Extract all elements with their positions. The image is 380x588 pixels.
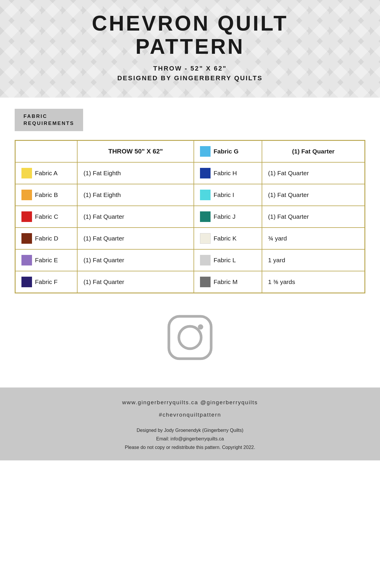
table-row: Fabric F (1) Fat Quarter Fabric M 1 ⅜ ya… bbox=[15, 271, 365, 293]
footer-hashtag: #chevronquiltpattern bbox=[9, 412, 371, 418]
header-cell-req-g: (1) Fat Quarter bbox=[262, 140, 365, 162]
subtitle-line2: DESIGNED BY GINGERBERRY QUILTS bbox=[6, 73, 374, 83]
subtitle-line1: THROW - 52" X 62" bbox=[6, 64, 374, 73]
designer-credit: Designed by Jody Groenendyk (Gingerberry… bbox=[9, 426, 371, 435]
fabric-requirements-label: FABRIC REQUIREMENTS bbox=[15, 109, 83, 131]
header-throw-label: THROW 50" X 62" bbox=[108, 148, 163, 155]
label-line2: REQUIREMENTS bbox=[23, 120, 74, 127]
swatch-c bbox=[21, 211, 32, 222]
swatch-h bbox=[200, 168, 211, 178]
fabric-d-label: Fabric D bbox=[15, 228, 78, 249]
swatch-m bbox=[200, 277, 211, 287]
table-row: Fabric C (1) Fat Quarter Fabric J (1) Fa… bbox=[15, 206, 365, 228]
hashtag-text: #chevronquiltpattern bbox=[159, 412, 221, 418]
footer-details: Designed by Jody Groenendyk (Gingerberry… bbox=[9, 426, 371, 452]
fabric-l-req: 1 yard bbox=[262, 249, 365, 271]
email-info: Email: info@gingerberryquilts.ca bbox=[9, 435, 371, 443]
fabric-j-label: Fabric J bbox=[194, 206, 262, 228]
fabric-c-label: Fabric C bbox=[15, 206, 78, 228]
fabric-e-label: Fabric E bbox=[15, 249, 78, 271]
title-line1: CHEVRON QUILT bbox=[92, 11, 288, 35]
table-row: Fabric B (1) Fat Eighth Fabric I (1) Fat… bbox=[15, 184, 365, 206]
swatch-b bbox=[21, 190, 32, 200]
swatch-i bbox=[200, 190, 211, 200]
table-row: Fabric E (1) Fat Quarter Fabric L 1 yard bbox=[15, 249, 365, 271]
swatch-j bbox=[200, 211, 211, 222]
fabric-a-req: (1) Fat Eighth bbox=[77, 162, 194, 184]
fabric-m-req: 1 ⅜ yards bbox=[262, 271, 365, 293]
fabric-k-req: ¾ yard bbox=[262, 228, 365, 249]
instagram-icon[interactable] bbox=[167, 314, 213, 361]
fabric-c-req: (1) Fat Quarter bbox=[77, 206, 194, 228]
table-header-row: THROW 50" X 62" Fabric G (1) Fat Quarter bbox=[15, 140, 365, 162]
swatch-g-header bbox=[200, 146, 211, 157]
fabric-k-label: Fabric K bbox=[194, 228, 262, 249]
table-row: Fabric A (1) Fat Eighth Fabric H (1) Fat… bbox=[15, 162, 365, 184]
instagram-section bbox=[15, 293, 365, 376]
fabric-i-req: (1) Fat Quarter bbox=[262, 184, 365, 206]
main-title: CHEVRON QUILT PATTERN bbox=[6, 12, 374, 58]
fabric-j-req: (1) Fat Quarter bbox=[262, 206, 365, 228]
fabric-f-req: (1) Fat Quarter bbox=[77, 271, 194, 293]
fabric-f-label: Fabric F bbox=[15, 271, 78, 293]
main-content: FABRIC REQUIREMENTS THROW 50" X 62" Fabr… bbox=[0, 98, 380, 387]
svg-point-2 bbox=[198, 324, 203, 330]
svg-rect-0 bbox=[169, 316, 211, 359]
header-cell-throw: THROW 50" X 62" bbox=[77, 140, 194, 162]
header-cell-empty bbox=[15, 140, 78, 162]
svg-point-1 bbox=[179, 326, 201, 349]
social-line: www.gingerberryquilts.ca @gingerberryqui… bbox=[122, 399, 258, 405]
swatch-k bbox=[200, 233, 211, 244]
fabric-m-label: Fabric M bbox=[194, 271, 262, 293]
fabric-l-label: Fabric L bbox=[194, 249, 262, 271]
fabric-e-req: (1) Fat Quarter bbox=[77, 249, 194, 271]
fabric-d-req: (1) Fat Quarter bbox=[77, 228, 194, 249]
header-cell-fabric-g: Fabric G bbox=[194, 140, 262, 162]
swatch-e bbox=[21, 255, 32, 265]
footer: www.gingerberryquilts.ca @gingerberryqui… bbox=[0, 387, 380, 460]
swatch-d bbox=[21, 233, 32, 244]
swatch-f bbox=[21, 277, 32, 287]
swatch-l bbox=[200, 255, 211, 265]
copyright-notice: Please do not copy or redistribute this … bbox=[9, 443, 371, 452]
fabric-i-label: Fabric I bbox=[194, 184, 262, 206]
swatch-a bbox=[21, 168, 32, 178]
fabric-b-label: Fabric B bbox=[15, 184, 78, 206]
header-subtitle: THROW - 52" X 62" DESIGNED BY GINGERBERR… bbox=[6, 64, 374, 83]
table-row: Fabric D (1) Fat Quarter Fabric K ¾ yard bbox=[15, 228, 365, 249]
fabric-h-req: (1) Fat Quarter bbox=[262, 162, 365, 184]
footer-social: www.gingerberryquilts.ca @gingerberryqui… bbox=[9, 399, 371, 406]
label-line1: FABRIC bbox=[23, 113, 74, 120]
fabric-a-label: Fabric A bbox=[15, 162, 78, 184]
fabric-table: THROW 50" X 62" Fabric G (1) Fat Quarter… bbox=[15, 140, 365, 293]
title-line2: PATTERN bbox=[135, 35, 244, 58]
fabric-h-label: Fabric H bbox=[194, 162, 262, 184]
fabric-b-req: (1) Fat Eighth bbox=[77, 184, 194, 206]
header-section: CHEVRON QUILT PATTERN THROW - 52" X 62" … bbox=[0, 0, 380, 98]
